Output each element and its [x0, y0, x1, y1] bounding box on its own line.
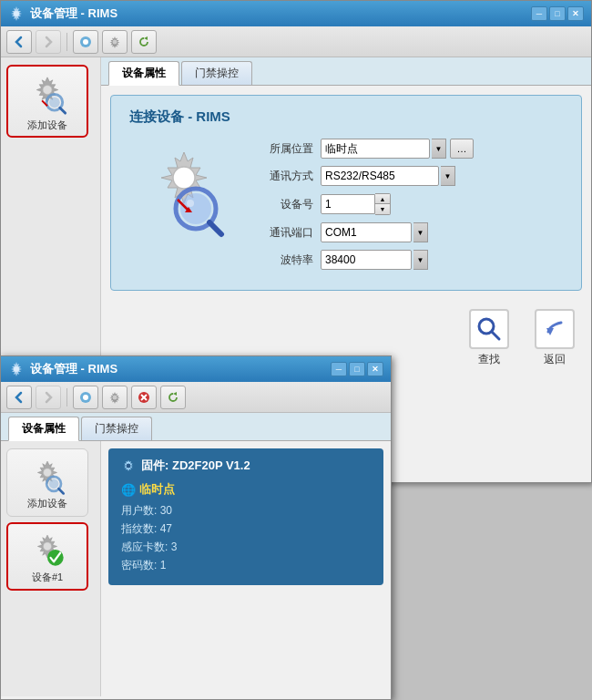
back-button-icon	[535, 309, 575, 349]
svg-point-3	[113, 39, 117, 44]
tab-device-properties[interactable]: 设备属性	[108, 61, 179, 86]
fingerprint-label: 指纹数:	[121, 522, 157, 535]
location-browse-button[interactable]: …	[450, 139, 474, 159]
second-sidebar: 添加设备 设备#1	[1, 441, 101, 696]
location-value: 临时点	[325, 141, 358, 157]
comm-port-select[interactable]: COM1 ▼	[321, 222, 428, 242]
svg-point-11	[180, 193, 211, 224]
svg-line-8	[60, 108, 66, 113]
connect-device-dialog: 连接设备 - RIMS	[110, 95, 582, 291]
second-delete-button[interactable]	[131, 386, 157, 409]
maximize-button[interactable]: □	[549, 6, 566, 21]
home-toolbar-button[interactable]	[73, 30, 98, 54]
card-value: 3	[171, 540, 178, 553]
forward-toolbar-button[interactable]	[36, 30, 61, 54]
comm-mode-select-box[interactable]: RS232/RS485	[321, 166, 439, 186]
device-no-label: 设备号	[257, 197, 321, 212]
comm-port-select-box[interactable]: COM1	[321, 222, 412, 242]
dialog-icon-area	[129, 139, 239, 248]
second-device1-icon	[26, 529, 68, 571]
device-no-up[interactable]: ▲	[375, 194, 390, 204]
add-device-sidebar-item[interactable]: 添加设备	[6, 65, 88, 138]
refresh-toolbar-button[interactable]	[131, 30, 157, 54]
device-info-panel: 固件: ZD2F20P V1.2 🌐 临时点 用户数: 30 指纹数: 47 感…	[108, 448, 383, 585]
svg-point-29	[49, 479, 59, 489]
user-count-row: 用户数: 30	[121, 503, 371, 519]
second-close-button[interactable]: ✕	[367, 362, 383, 376]
back-button-label: 返回	[544, 352, 566, 367]
second-window-title: 设备管理 - RIMS	[30, 361, 331, 377]
svg-point-2	[83, 39, 88, 45]
tab-door-control[interactable]: 门禁操控	[181, 61, 252, 85]
second-maximize-button[interactable]: □	[349, 362, 365, 376]
main-window-title: 设备管理 - RIMS	[30, 5, 531, 22]
svg-line-13	[209, 222, 221, 234]
comm-port-value: COM1	[325, 226, 357, 239]
comm-mode-value: RS232/RS485	[325, 170, 395, 182]
search-action-button[interactable]: 查找	[462, 309, 516, 367]
firmware-label: 固件: ZD2F20P V1.2	[141, 458, 250, 474]
baud-rate-label: 波特率	[257, 252, 321, 268]
second-forward-button[interactable]	[36, 386, 61, 409]
gear-toolbar-button[interactable]	[102, 30, 128, 54]
svg-point-27	[44, 468, 52, 477]
svg-marker-26	[173, 392, 177, 396]
back-toolbar-button[interactable]	[6, 30, 32, 54]
second-add-device-item[interactable]: 添加设备	[6, 448, 88, 517]
second-add-device-icon	[26, 455, 68, 497]
device-location: 🌐 临时点	[121, 481, 371, 498]
location-select[interactable]: 临时点 ▼ …	[321, 139, 474, 159]
device-no-spinner-controls: ▲ ▼	[375, 193, 391, 215]
second-window: 设备管理 - RIMS ─ □ ✕	[0, 355, 392, 700]
second-home-button[interactable]	[73, 386, 98, 409]
location-label: 所属位置	[257, 141, 321, 157]
fingerprint-value: 47	[160, 522, 172, 535]
password-row: 密码数: 1	[121, 558, 371, 573]
device-no-row: 设备号 ▲ ▼	[257, 193, 563, 215]
baud-rate-select-box[interactable]: 38400	[321, 250, 412, 270]
device-no-input[interactable]	[321, 194, 375, 214]
svg-point-21	[83, 395, 88, 400]
comm-port-arrow[interactable]: ▼	[413, 222, 428, 242]
svg-point-12	[187, 200, 194, 207]
device-no-down[interactable]: ▼	[375, 204, 390, 214]
svg-line-17	[492, 332, 499, 339]
svg-point-7	[49, 97, 60, 108]
comm-mode-arrow[interactable]: ▼	[441, 166, 455, 186]
second-minimize-button[interactable]: ─	[331, 362, 347, 376]
second-tab-device-properties[interactable]: 设备属性	[8, 417, 79, 441]
dialog-big-icon	[134, 143, 234, 243]
card-label: 感应卡数:	[121, 540, 168, 553]
location-row: 所属位置 临时点 ▼ …	[257, 139, 563, 159]
second-content-area: 添加设备 设备#1	[1, 441, 391, 696]
location-icon: 🌐	[121, 483, 136, 497]
device-no-spinner[interactable]: ▲ ▼	[321, 193, 391, 215]
second-device1-item[interactable]: 设备#1	[6, 522, 88, 591]
minimize-button[interactable]: ─	[531, 6, 547, 21]
second-tab-door-control[interactable]: 门禁操控	[81, 417, 152, 440]
second-back-button[interactable]	[6, 386, 32, 409]
location-select-arrow[interactable]: ▼	[432, 139, 446, 159]
location-select-box[interactable]: 临时点	[321, 139, 430, 159]
password-label: 密码数:	[121, 559, 157, 571]
baud-rate-value: 38400	[325, 253, 355, 266]
baud-rate-select[interactable]: 38400 ▼	[321, 250, 428, 270]
second-window-controls: ─ □ ✕	[331, 362, 383, 376]
fingerprint-row: 指纹数: 47	[121, 521, 371, 537]
comm-mode-label: 通讯方式	[257, 169, 321, 184]
baud-rate-arrow[interactable]: ▼	[413, 250, 428, 270]
svg-marker-4	[144, 36, 148, 40]
comm-port-label: 通讯端口	[257, 225, 321, 241]
password-value: 1	[160, 559, 167, 571]
second-device1-label: 设备#1	[32, 571, 63, 584]
svg-point-33	[127, 464, 131, 468]
second-gear-button[interactable]	[102, 386, 128, 409]
back-action-button[interactable]: 返回	[527, 309, 582, 367]
comm-mode-select[interactable]: RS232/RS485 ▼	[321, 166, 455, 186]
search-button-icon	[469, 309, 509, 349]
second-tabs-bar: 设备属性 门禁操控	[1, 413, 391, 441]
second-add-device-label: 添加设备	[27, 497, 67, 510]
second-refresh-button[interactable]	[160, 386, 186, 409]
main-toolbar	[1, 26, 591, 57]
close-button[interactable]: ✕	[567, 6, 584, 21]
